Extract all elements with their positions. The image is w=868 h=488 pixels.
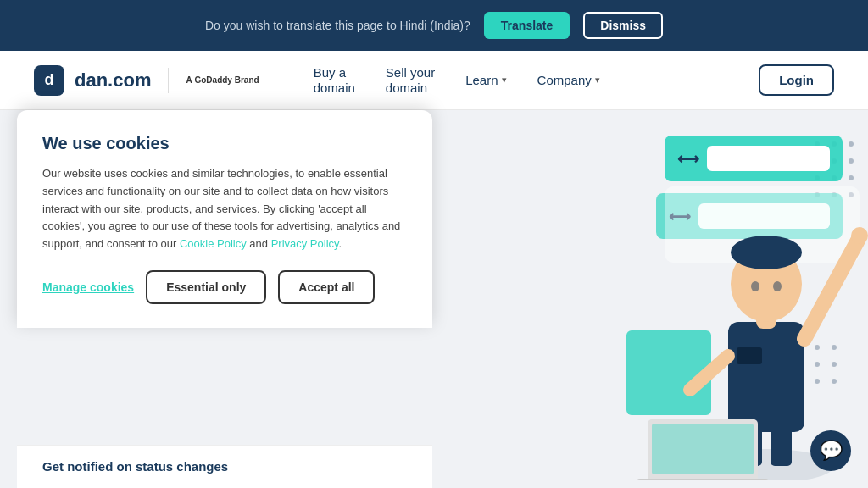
left-content: aiofficebot.com We use cookies Our websi…	[0, 110, 495, 488]
svg-point-36	[851, 227, 868, 244]
svg-rect-19	[626, 330, 711, 415]
nav-buy-domain[interactable]: Buy adomain	[302, 58, 367, 103]
cookie-body: Our website uses cookies and similar tec…	[42, 165, 407, 253]
svg-point-27	[815, 379, 820, 384]
dismiss-button[interactable]: Dismiss	[583, 12, 663, 39]
svg-point-41	[773, 281, 782, 291]
status-text: Get notified on status changes	[42, 459, 228, 474]
svg-point-39	[731, 236, 802, 269]
nav-company[interactable]: Company ▾	[526, 66, 612, 94]
svg-text:⟷: ⟷	[677, 151, 699, 168]
chevron-down-icon: ▾	[595, 75, 600, 86]
essential-only-button[interactable]: Essential only	[146, 270, 266, 304]
cookie-buttons: Manage cookies Essential only Accept all	[42, 270, 407, 304]
cookie-banner: We use cookies Our website uses cookies …	[17, 110, 432, 328]
svg-point-5	[849, 158, 854, 164]
right-illustration: ⟷ ⟷	[495, 110, 868, 488]
translate-message: Do you wish to translate this page to Hi…	[205, 19, 470, 32]
svg-point-2	[849, 141, 854, 147]
logo-divider	[168, 68, 169, 93]
godaddy-name: GoDaddy	[194, 75, 231, 85]
main-content: aiofficebot.com We use cookies Our websi…	[0, 110, 868, 488]
navbar: d dan.com A GoDaddy Brand Buy adomain Se…	[0, 51, 868, 110]
manage-cookies-button[interactable]: Manage cookies	[42, 280, 134, 294]
logo-text: dan.com	[75, 69, 151, 92]
status-bar: Get notified on status changes	[17, 445, 432, 488]
svg-point-28	[832, 379, 837, 384]
cookie-title: We use cookies	[42, 134, 407, 153]
chat-bubble-button[interactable]: 💬	[810, 430, 851, 471]
svg-point-24	[815, 362, 820, 367]
nav-learn[interactable]: Learn ▾	[453, 66, 518, 94]
logo-area: d dan.com A GoDaddy Brand	[34, 65, 259, 96]
svg-rect-14	[707, 146, 830, 171]
svg-point-40	[751, 281, 760, 291]
cookie-policy-link[interactable]: Cookie Policy	[180, 237, 247, 250]
translate-button[interactable]: Translate	[484, 12, 570, 39]
logo-icon: d	[34, 65, 64, 96]
chat-icon: 💬	[820, 440, 843, 462]
nav-sell-domain[interactable]: Sell yourdomain	[374, 58, 447, 103]
chevron-down-icon: ▾	[502, 75, 507, 86]
login-button[interactable]: Login	[759, 64, 834, 96]
nav-links: Buy adomain Sell yourdomain Learn ▾ Comp…	[302, 58, 612, 103]
translate-bar: Do you wish to translate this page to Hi…	[0, 0, 868, 51]
svg-point-25	[832, 362, 837, 367]
godaddy-brand: A GoDaddy Brand	[186, 75, 259, 85]
svg-rect-32	[728, 322, 804, 432]
svg-point-21	[815, 345, 820, 350]
svg-rect-43	[652, 424, 754, 474]
svg-point-22	[832, 345, 837, 350]
accept-all-button[interactable]: Accept all	[278, 270, 375, 304]
privacy-policy-link[interactable]: Privacy Policy	[271, 237, 339, 250]
svg-point-8	[849, 175, 854, 180]
svg-rect-44	[635, 479, 771, 480]
svg-rect-33	[737, 347, 762, 364]
